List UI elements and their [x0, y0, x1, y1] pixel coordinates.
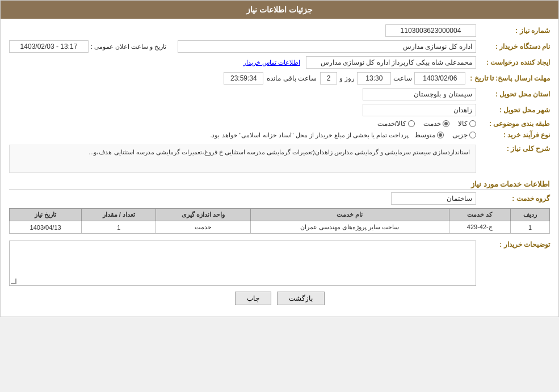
category-khadamat-option[interactable]: خدمت	[423, 120, 449, 128]
col-header-code: کد خدمت	[449, 209, 510, 221]
service-group-label: گروه خدمت :	[476, 195, 550, 203]
table-cell-1: ج-42-429	[449, 221, 510, 234]
city-value: زاهدان	[363, 104, 476, 116]
category-label: طبقه بندی موضوعی :	[476, 120, 550, 128]
category-kala-khadamat-radio[interactable]	[408, 120, 415, 127]
province-value: سیستان و بلوچستان	[363, 88, 476, 100]
process-jazii-option[interactable]: جزیی	[452, 131, 476, 139]
col-header-quantity: تعداد / مقدار	[82, 209, 156, 221]
days-value: 2	[320, 72, 337, 85]
contact-link[interactable]: اطلاعات تماس خریدار	[243, 59, 300, 66]
date-value: 1403/02/06	[414, 72, 465, 85]
process-note: پرداخت تمام یا بخشی از مبلغ خریدار از مح…	[210, 132, 409, 139]
buttons-row: بازگشت چاپ	[9, 292, 550, 305]
need-number-value: 1103003623000004	[385, 24, 476, 37]
need-number-label: شماره نیاز :	[476, 27, 550, 35]
table-cell-4: 1	[82, 221, 156, 234]
resize-handle[interactable]	[11, 279, 16, 284]
services-section-title: اطلاعات خدمات مورد نیاز	[9, 180, 550, 190]
buyer-desc-label: توضیحات خریدار :	[476, 238, 550, 248]
col-header-unit: واحد اندازه گیری	[156, 209, 251, 221]
creator-label: ایجاد کننده درخواست :	[476, 58, 550, 66]
remaining-label: ساعت باقی مانده	[267, 74, 317, 82]
table-row: 1ج-42-429ساخت سایر پروژه‌های مهندسی عمرا…	[10, 221, 550, 234]
process-radio-group: جزیی متوسط	[414, 131, 476, 139]
col-header-date: تاریخ نیاز	[10, 209, 82, 221]
process-motavaset-radio[interactable]	[437, 132, 444, 138]
category-radio-group: کالا خدمت کالا/خدمت	[377, 120, 476, 128]
category-khadamat-radio[interactable]	[443, 120, 449, 127]
announce-value: 1403/02/03 - 13:17	[9, 40, 89, 53]
process-jazii-label: جزیی	[452, 131, 468, 139]
table-cell-2: ساخت سایر پروژه‌های مهندسی عمران	[250, 221, 449, 234]
description-value: استانداردسازی سیستم سرمایشی و گرمایشی مد…	[89, 149, 470, 155]
creator-value: محمدعلی شاه بیکی کاربرداز اداره کل نوساز…	[306, 56, 476, 69]
col-header-row: ردیف	[510, 209, 549, 221]
process-jazii-radio[interactable]	[469, 132, 476, 138]
print-button[interactable]: چاپ	[235, 292, 271, 305]
category-kala-option[interactable]: کالا	[458, 120, 476, 128]
description-label: شرح کلی نیاز :	[476, 142, 550, 153]
table-cell-0: 1	[510, 221, 549, 234]
col-header-name: نام خدمت	[250, 209, 449, 221]
table-cell-3: خدمت	[156, 221, 251, 234]
city-label: شهر محل تحویل :	[476, 106, 550, 114]
category-kala-khadamat-option[interactable]: کالا/خدمت	[377, 120, 415, 128]
days-label: روز و	[339, 74, 355, 82]
services-table: ردیف کد خدمت نام خدمت واحد اندازه گیری ت…	[9, 208, 550, 234]
service-group-value: ساختمان	[391, 192, 476, 205]
process-motavaset-label: متوسط	[414, 131, 435, 139]
category-khadamat-label: خدمت	[423, 120, 441, 128]
time-value: 13:30	[357, 72, 391, 85]
remaining-value: 23:59:34	[224, 72, 263, 85]
send-deadline-label: مهلت ارسال پاسخ: تا تاریخ :	[465, 74, 550, 82]
process-motavaset-option[interactable]: متوسط	[414, 131, 444, 139]
back-button[interactable]: بازگشت	[277, 292, 325, 305]
province-label: استان محل تحویل :	[476, 90, 550, 98]
page-header: جزئیات اطلاعات نیاز	[1, 1, 558, 19]
category-kala-radio[interactable]	[469, 120, 476, 127]
buyer-org-label: نام دستگاه خریدار :	[476, 43, 550, 50]
table-cell-5: 1403/04/13	[10, 221, 82, 234]
time-label: ساعت	[393, 74, 412, 82]
category-kala-label: کالا	[458, 120, 468, 128]
buyer-org-value: اداره کل نوسازی مدارس	[178, 40, 476, 53]
announce-label: تاریخ و ساعت اعلان عمومی :	[91, 43, 166, 50]
process-label: نوع فرآیند خرید :	[476, 131, 550, 139]
category-kala-khadamat-label: کالا/خدمت	[377, 120, 406, 128]
